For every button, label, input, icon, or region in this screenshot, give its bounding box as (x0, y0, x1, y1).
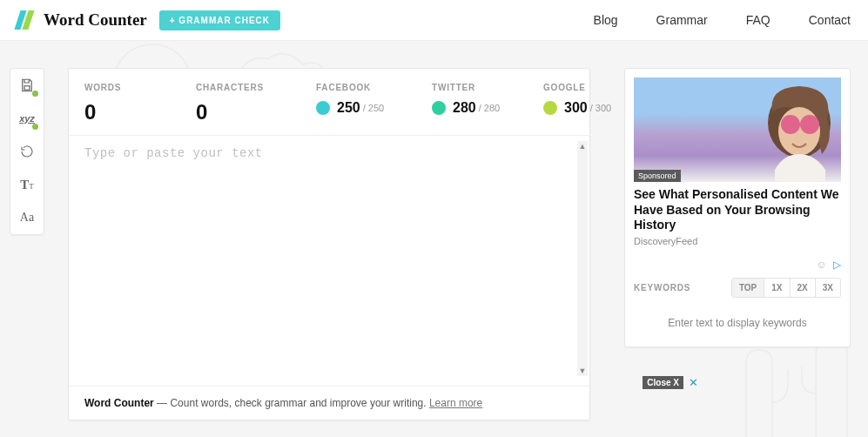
stat-value: 280 (453, 100, 476, 116)
svg-point-5 (800, 115, 819, 134)
tool-font[interactable]: Aa (10, 201, 44, 234)
font-icon: Aa (20, 211, 34, 225)
stat-characters: CHARACTERS 0 (196, 83, 292, 124)
text-size-icon: TT (20, 177, 34, 192)
keywords-empty-text: Enter text to display keywords (634, 313, 841, 338)
kw-tab-1x[interactable]: 1X (764, 279, 789, 297)
stat-google: GOOGLE 300 / 300 (543, 83, 611, 124)
facebook-dot-icon (316, 101, 330, 115)
learn-more-link[interactable]: Learn more (429, 397, 482, 409)
editor-footer: Word Counter — Count words, check gramma… (69, 386, 589, 420)
status-dot (32, 91, 38, 97)
stat-label: CHARACTERS (196, 83, 292, 92)
footer-brand: Word Counter (84, 397, 154, 409)
sidebar: Sponsored See What Personalised Content … (624, 68, 851, 347)
keywords-tabs: TOP 1X 2X 3X (731, 278, 841, 298)
scrollbar[interactable]: ▲ ▼ (577, 141, 588, 376)
stat-label: WORDS (84, 83, 172, 92)
tool-spellcheck[interactable]: xyz (10, 102, 44, 135)
stat-label: FACEBOOK (316, 83, 407, 92)
keywords-header: KEYWORDS TOP 1X 2X 3X (634, 278, 841, 298)
nav-grammar[interactable]: Grammar (656, 13, 708, 27)
kw-tab-3x[interactable]: 3X (815, 279, 840, 297)
grammar-check-badge[interactable]: + GRAMMAR CHECK (159, 10, 280, 30)
editor-area: ▲ ▼ (69, 136, 589, 386)
header: Word Counter + GRAMMAR CHECK Blog Gramma… (0, 0, 868, 41)
stat-value: 300 (564, 100, 588, 116)
footer-dash: — (154, 397, 171, 409)
svg-rect-1 (24, 86, 30, 91)
stat-label: TWITTER (432, 83, 519, 92)
stat-value: 0 (84, 100, 172, 124)
stats-bar: WORDS 0 CHARACTERS 0 FACEBOOK 250 / 250 … (69, 69, 589, 136)
text-input[interactable] (84, 146, 582, 375)
stat-twitter: TWITTER 280 / 280 (432, 83, 519, 124)
scroll-down-icon[interactable]: ▼ (577, 366, 588, 376)
ad-person-illustration (731, 79, 841, 182)
nav-contact[interactable]: Contact (809, 13, 851, 27)
logo-icon[interactable] (17, 10, 31, 30)
close-ad-button[interactable]: Close X (643, 376, 683, 389)
ad-info-icon[interactable]: ☺ (816, 259, 826, 271)
footer-text: Count words, check grammar and improve y… (170, 397, 428, 409)
tool-refresh[interactable] (10, 135, 44, 168)
sponsored-tag: Sponsored (634, 170, 681, 182)
stat-max: / 250 (363, 103, 384, 113)
tool-save[interactable] (10, 69, 44, 102)
scroll-thumb[interactable] (577, 151, 588, 366)
nav-blog[interactable]: Blog (594, 13, 618, 27)
spellcheck-icon: xyz (19, 113, 35, 124)
status-dot (32, 124, 38, 130)
brand-title[interactable]: Word Counter (44, 10, 147, 30)
ad-headline[interactable]: See What Personalised Content We Have Ba… (634, 187, 841, 233)
google-dot-icon (543, 101, 557, 115)
stat-value: 250 (337, 100, 360, 116)
stat-max: / 280 (479, 103, 500, 113)
svg-point-4 (781, 115, 800, 134)
bottom-ad-close: Close X ✕ (643, 376, 698, 389)
editor-toolstrip: xyz TT Aa (10, 68, 44, 235)
refresh-icon (20, 145, 34, 158)
stat-words: WORDS 0 (84, 83, 172, 124)
kw-tab-2x[interactable]: 2X (790, 279, 815, 297)
adchoices-icon[interactable]: ▷ (833, 259, 841, 271)
ad-source: DiscoveryFeed (634, 236, 841, 246)
close-x-icon[interactable]: ✕ (689, 376, 698, 389)
stat-facebook: FACEBOOK 250 / 250 (316, 83, 407, 124)
keywords-label: KEYWORDS (634, 283, 690, 292)
top-nav: Blog Grammar FAQ Contact (594, 13, 851, 27)
ad-choices[interactable]: ☺ ▷ (634, 259, 841, 271)
stat-label: GOOGLE (543, 83, 611, 92)
ad-image[interactable]: Sponsored (634, 77, 841, 182)
stat-max: / 300 (590, 103, 611, 113)
nav-faq[interactable]: FAQ (746, 13, 770, 27)
stat-value: 0 (196, 100, 292, 124)
editor-card: WORDS 0 CHARACTERS 0 FACEBOOK 250 / 250 … (68, 68, 590, 420)
twitter-dot-icon (432, 101, 446, 115)
kw-tab-top[interactable]: TOP (732, 279, 764, 297)
tool-text-size[interactable]: TT (10, 168, 44, 201)
scroll-up-icon[interactable]: ▲ (577, 141, 588, 151)
